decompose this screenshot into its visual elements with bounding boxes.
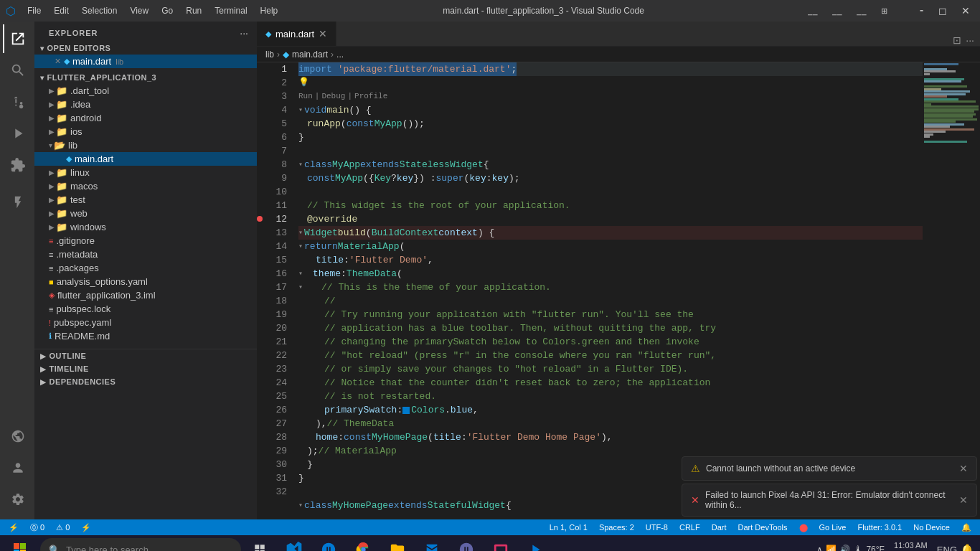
- debug-status-icon[interactable]: ⚡: [78, 523, 94, 532]
- fold-13[interactable]: ▾: [298, 240, 303, 253]
- start-button[interactable]: [3, 535, 37, 551]
- language-status[interactable]: Dart: [709, 523, 730, 532]
- open-editors-section[interactable]: ▾ OPEN EDITORS: [34, 42, 257, 55]
- outline-section[interactable]: ▶ OUTLINE: [34, 349, 257, 362]
- go-live-status[interactable]: ⬤: [796, 523, 811, 532]
- menu-view[interactable]: View: [124, 4, 154, 17]
- readme-file[interactable]: ℹ README.md: [34, 329, 257, 343]
- linux-folder[interactable]: ▶ 📁 linux: [34, 166, 257, 179]
- explorer-activity-icon[interactable]: [3, 24, 32, 53]
- iml-file[interactable]: ◈ flutter_application_3.iml: [34, 288, 257, 302]
- ios-folder[interactable]: ▶ 📁 ios: [34, 125, 257, 138]
- main-dart-tab[interactable]: ◆ main.dart ✕: [257, 22, 336, 46]
- sidebar-more-btn[interactable]: ···: [240, 27, 248, 39]
- store-taskbar-btn[interactable]: [416, 535, 448, 551]
- menu-edit[interactable]: Edit: [48, 4, 75, 17]
- project-section[interactable]: ▾ FLUTTER_APPLICATION_3: [34, 71, 257, 84]
- notif-1-close[interactable]: ✕: [959, 463, 968, 474]
- remote-status-btn[interactable]: ⚡: [6, 523, 22, 532]
- debug-codelens[interactable]: Debug: [321, 90, 345, 103]
- dart-tool-folder[interactable]: ▶ 📁 .dart_tool: [34, 84, 257, 98]
- fold-32[interactable]: ▾: [298, 499, 303, 512]
- extensions-activity-icon[interactable]: [3, 151, 32, 179]
- encoding-status[interactable]: UTF-8: [643, 523, 671, 532]
- minimize-button[interactable]: ⁃: [915, 4, 928, 18]
- macos-folder[interactable]: ▶ 📁 macos: [34, 179, 257, 193]
- lightbulb-icon[interactable]: 💡: [298, 76, 309, 90]
- menu-selection[interactable]: Selection: [76, 4, 123, 17]
- flutter-version-status[interactable]: Flutter: 3.0.1: [854, 523, 905, 532]
- menu-help[interactable]: Help: [255, 4, 284, 17]
- menu-go[interactable]: Go: [156, 4, 179, 17]
- remote-activity-icon[interactable]: [3, 422, 32, 451]
- idea-folder[interactable]: ▶ 📁 .idea: [34, 98, 257, 111]
- breadcrumb-file[interactable]: main.dart: [292, 50, 328, 60]
- menu-file[interactable]: File: [22, 4, 47, 17]
- lang-indicator[interactable]: ENG: [937, 545, 957, 552]
- maximize-button[interactable]: ◻: [934, 4, 951, 18]
- edge-taskbar-btn[interactable]: [313, 535, 344, 551]
- eol-status[interactable]: CRLF: [677, 523, 703, 532]
- dependencies-section[interactable]: ▶ DEPENDENCIES: [34, 375, 257, 388]
- task-view-btn[interactable]: [244, 535, 275, 551]
- taskbar-search[interactable]: 🔍: [40, 538, 241, 551]
- cursor-pos-status[interactable]: Ln 1, Col 1: [547, 523, 590, 532]
- menu-run[interactable]: Run: [180, 4, 207, 17]
- wifi-icon[interactable]: 📶: [826, 545, 837, 551]
- run-debug-activity-icon[interactable]: [3, 119, 32, 148]
- code-content[interactable]: import 'package:flutter/material.dart'; …: [293, 62, 923, 519]
- errors-status[interactable]: ⓪ 0: [27, 522, 47, 533]
- gitignore-file[interactable]: ≡ .gitignore: [34, 234, 257, 248]
- pubspec-lock-file[interactable]: ≡ pubspec.lock: [34, 302, 257, 316]
- system-clock[interactable]: 11:03 AM 5/28/2022: [887, 541, 934, 551]
- windows-folder[interactable]: ▶ 📁 windows: [34, 220, 257, 234]
- taskbar-search-input[interactable]: [66, 545, 224, 552]
- settings-activity-icon[interactable]: [3, 485, 32, 514]
- fold-15[interactable]: ▾: [298, 267, 303, 281]
- teams-taskbar-btn[interactable]: [451, 535, 482, 551]
- menu-terminal[interactable]: Terminal: [209, 4, 253, 17]
- vscode-taskbar-btn[interactable]: [278, 535, 310, 551]
- breadcrumb-more[interactable]: ...: [336, 50, 344, 60]
- terminal-taskbar-btn[interactable]: [485, 535, 517, 551]
- fold-12[interactable]: ▾: [298, 226, 303, 240]
- code-editor[interactable]: 1 2 3 4 5 6 7 8 9 10 11 12 13 14 15 16 1…: [257, 62, 980, 519]
- devtools-status[interactable]: Dart DevTools: [735, 523, 790, 532]
- notification-bell-icon[interactable]: 🔔: [960, 543, 974, 552]
- close-button[interactable]: ✕: [957, 4, 974, 18]
- notifications-status-btn[interactable]: 🔔: [958, 523, 974, 532]
- tab-close-btn[interactable]: ✕: [319, 28, 327, 39]
- more-actions-btn[interactable]: ···: [966, 34, 974, 46]
- breadcrumb-lib[interactable]: lib: [265, 50, 274, 60]
- lib-folder[interactable]: ▾ 📂 lib: [34, 138, 257, 152]
- metadata-file[interactable]: ≡ .metadata: [34, 248, 257, 261]
- android-folder[interactable]: ▶ 📁 android: [34, 111, 257, 125]
- account-activity-icon[interactable]: [3, 453, 32, 482]
- analysis-options-file[interactable]: ■ analysis_options.yaml: [34, 275, 257, 288]
- close-file-icon[interactable]: ✕: [55, 57, 61, 66]
- web-folder[interactable]: ▶ 📁 web: [34, 207, 257, 220]
- go-live-label[interactable]: Go Live: [816, 523, 849, 532]
- notif-2-close[interactable]: ✕: [959, 494, 968, 506]
- run-codelens[interactable]: Run: [298, 90, 313, 103]
- pubspec-yaml-file[interactable]: ! pubspec.yaml: [34, 316, 257, 329]
- media-taskbar-btn[interactable]: [519, 535, 551, 551]
- search-activity-icon[interactable]: [3, 56, 32, 85]
- timeline-section[interactable]: ▶ TIMELINE: [34, 362, 257, 375]
- indent-status[interactable]: Spaces: 2: [596, 523, 637, 532]
- open-editor-main-dart[interactable]: ✕ ◆ main.dart lib: [34, 55, 257, 68]
- source-control-activity-icon[interactable]: [3, 88, 32, 116]
- fold-7[interactable]: ▾: [298, 158, 303, 171]
- split-editor-btn[interactable]: ⊡: [953, 34, 961, 46]
- fold-16[interactable]: ▾: [298, 281, 303, 294]
- testing-activity-icon[interactable]: [3, 188, 32, 217]
- device-status[interactable]: No Device: [910, 523, 953, 532]
- volume-icon[interactable]: 🔊: [839, 545, 850, 551]
- tray-icons-btn[interactable]: ∧: [816, 545, 823, 551]
- packages-file[interactable]: ≡ .packages: [34, 261, 257, 275]
- warnings-status[interactable]: ⚠ 0: [53, 523, 72, 532]
- chrome-taskbar-btn[interactable]: [347, 535, 379, 551]
- explorer-taskbar-btn[interactable]: [382, 535, 413, 551]
- main-dart-file[interactable]: ◆ main.dart: [34, 152, 257, 166]
- test-folder[interactable]: ▶ 📁 test: [34, 193, 257, 207]
